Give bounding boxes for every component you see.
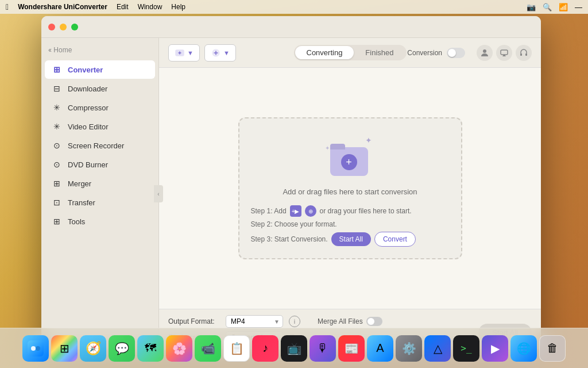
add-video-button[interactable]: ▼ (168, 44, 200, 62)
window-menu[interactable]: Window (138, 3, 163, 11)
chat-icon-button[interactable] (496, 45, 512, 61)
home-link[interactable]: ‹ ‹ Home (41, 43, 158, 60)
speed-toggle-thumb (448, 49, 456, 57)
tab-finished[interactable]: Finished (354, 46, 405, 59)
dock-safari[interactable]: 🧭 (80, 335, 106, 362)
step-2: Step 2: Choose your format. (251, 220, 450, 228)
finder-icon (28, 340, 44, 356)
apple-menu[interactable]:  (6, 2, 9, 12)
main-panel: ▼ ▼ Converting Finished High (159, 38, 541, 350)
drop-message: Add or drag files here to start conversi… (283, 187, 417, 196)
dock-settings[interactable]: ⚙️ (396, 335, 422, 362)
close-button[interactable] (48, 24, 55, 30)
dock-facetime[interactable]: 📹 (195, 335, 221, 362)
user-icon (480, 48, 489, 57)
convert-button[interactable]: Convert (374, 232, 416, 247)
sidebar-item-transfer[interactable]: ⊡ Transfer (45, 193, 155, 212)
add-format-button[interactable]: ▼ (204, 44, 236, 62)
dock-terminal[interactable]: >_ (453, 335, 479, 362)
svg-point-8 (36, 346, 40, 351)
dock-trash[interactable]: 🗑 (539, 335, 566, 362)
dock-launchpad[interactable]: ⊞ (51, 335, 78, 362)
dock-finder2[interactable]: 🌐 (510, 335, 537, 362)
safari-icon: 🧭 (86, 341, 101, 356)
dock-messages[interactable]: 💬 (109, 335, 135, 362)
drop-zone[interactable]: ✦ ✦ + Add or drag files here to start co… (159, 68, 541, 309)
maximize-button[interactable] (71, 24, 78, 30)
converter-icon: ⊞ (52, 64, 62, 75)
headphone-icon-button[interactable] (516, 45, 532, 61)
mini-add-video-icon: +▶ (290, 205, 301, 217)
sparkle-icon: ✦ (365, 136, 372, 145)
dock-appstore[interactable]: A (367, 335, 393, 362)
launchpad-icon: ⊞ (60, 342, 69, 355)
sidebar: ‹ ‹ Home ⊞ Converter ⊟ Downloader ✳ Comp… (41, 38, 159, 350)
sidebar-item-video-editor[interactable]: ✳ Video Editor (45, 117, 155, 136)
sidebar-item-tools[interactable]: ⊞ Tools (45, 212, 155, 231)
dock-music[interactable]: ♪ (252, 335, 278, 362)
dock-podcasts[interactable]: 🎙 (310, 335, 336, 362)
sidebar-item-screen-recorder[interactable]: ⊙ Screen Recorder (45, 136, 155, 155)
sidebar-item-converter[interactable]: ⊞ Converter (45, 60, 155, 79)
uniconverter-icon: ▶ (491, 342, 500, 355)
output-format-select[interactable]: MP4 MOV AVI MKV (226, 315, 283, 328)
output-format-row: Output Format: MP4 MOV AVI MKV ▼ i (168, 315, 532, 328)
sparkle-small-icon: ✦ (325, 145, 330, 151)
help-menu[interactable]: Help (171, 3, 185, 11)
edit-menu[interactable]: Edit (117, 3, 129, 11)
merge-toggle[interactable] (366, 317, 382, 326)
transfer-icon: ⊡ (52, 197, 62, 208)
dock-arc[interactable]: △ (424, 335, 451, 362)
dock-reminders[interactable]: 📋 (223, 335, 250, 362)
sidebar-collapse-button[interactable]: ‹ (154, 185, 163, 202)
output-format-label: Output Format: (168, 317, 220, 325)
merge-label: Merge All Files (318, 317, 363, 325)
merge-toggle-thumb (368, 318, 374, 325)
add-video-icon (175, 48, 185, 58)
step1-prefix: Step 1: Add (251, 207, 287, 215)
trash-icon: 🗑 (547, 342, 558, 355)
svg-rect-3 (501, 50, 508, 55)
sidebar-item-dvd-burner[interactable]: ⊙ DVD Burner (45, 155, 155, 174)
title-bar (41, 16, 541, 38)
finder2-icon: 🌐 (517, 342, 531, 355)
step3-prefix: Step 3: Start Conversion. (251, 235, 328, 243)
dock-uniconverter[interactable]: ▶ (482, 335, 508, 362)
photos-icon: 🌸 (172, 342, 187, 355)
folder-illustration: ✦ ✦ + (327, 136, 373, 176)
appstore-icon: A (376, 342, 384, 355)
tab-converting[interactable]: Converting (295, 46, 354, 59)
step2-text: Step 2: Choose your format. (251, 220, 337, 228)
drop-box[interactable]: ✦ ✦ + Add or drag files here to start co… (238, 117, 462, 259)
format-info-icon[interactable]: i (289, 316, 300, 327)
toolbar: ▼ ▼ Converting Finished High (159, 38, 541, 68)
tv-icon: 📺 (287, 342, 301, 355)
messages-icon: 💬 (115, 342, 129, 355)
video-editor-icon: ✳ (52, 121, 62, 132)
dock-finder[interactable] (22, 335, 49, 362)
app-name: Wondershare UniConverter (18, 3, 107, 11)
sidebar-item-merger[interactable]: ⊞ Merger (45, 174, 155, 193)
reminders-icon: 📋 (230, 342, 244, 355)
minimize-button[interactable] (60, 24, 67, 30)
folder-plus-icon: + (341, 154, 357, 170)
add-video-arrow: ▼ (187, 49, 194, 56)
chat-icon (500, 48, 509, 57)
sidebar-item-downloader[interactable]: ⊟ Downloader (45, 79, 155, 98)
step1-suffix: or drag your files here to start. (320, 207, 412, 215)
user-icon-button[interactable] (477, 45, 493, 61)
dock-photos[interactable]: 🌸 (166, 335, 192, 362)
sidebar-item-compressor[interactable]: ✳ Compressor (45, 98, 155, 117)
dock-news[interactable]: 📰 (338, 335, 365, 362)
step-3: Step 3: Start Conversion. Start All Conv… (251, 232, 450, 247)
add-format-icon (211, 48, 221, 58)
facetime-icon: 📹 (201, 342, 215, 355)
dock-tv[interactable]: 📺 (281, 335, 307, 362)
mini-add-format-icon: ⊕ (305, 205, 316, 217)
compressor-icon: ✳ (52, 102, 62, 113)
dock-maps[interactable]: 🗺 (137, 335, 164, 362)
output-format-wrapper: MP4 MOV AVI MKV ▼ (226, 315, 283, 328)
podcasts-icon: 🎙 (317, 342, 328, 355)
speed-toggle[interactable] (447, 48, 465, 58)
start-all-button[interactable]: Start All (331, 232, 371, 246)
